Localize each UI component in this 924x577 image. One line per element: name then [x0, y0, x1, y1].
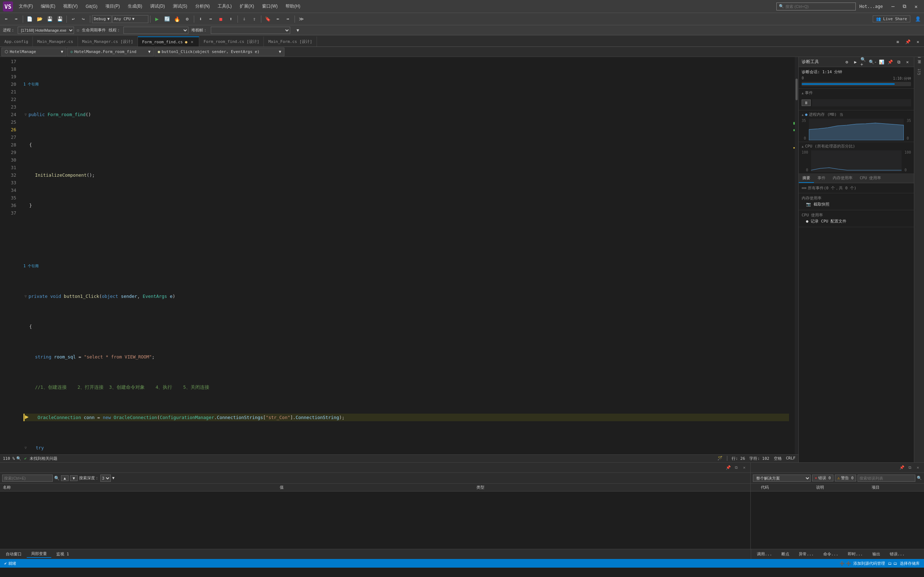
tab-breakpoints[interactable]: 断点 — [777, 551, 794, 558]
tab-call-stack[interactable]: 调用... — [753, 551, 776, 558]
minimize-button[interactable]: ─ — [888, 2, 898, 11]
fold-btn-27[interactable]: ▽ — [23, 446, 28, 450]
bookmark-prev-button[interactable]: ⬅ — [273, 15, 283, 24]
cpu-section-title[interactable]: CPU (所有处理器的百分比) — [802, 143, 911, 149]
diag-zoom-out-button[interactable]: 🔍- — [869, 58, 876, 66]
tab-form-room-find[interactable]: Form_room_find.cs ● ✕ — [138, 36, 199, 47]
tab-main-form-design[interactable]: Main_Form.cs [设计] — [264, 36, 317, 47]
menu-item-project[interactable]: 项目(P) — [102, 2, 123, 11]
stop-button[interactable]: ■ — [216, 15, 226, 24]
sidebar-right-git[interactable]: Git 更改 — [915, 64, 923, 77]
diag-tab-memory[interactable]: 内存使用率 — [829, 174, 856, 183]
tab-errors[interactable]: 错误... — [885, 551, 909, 558]
save-button[interactable]: 💾 — [45, 15, 55, 24]
diag-tab-events[interactable]: 事件 — [814, 174, 829, 183]
solution-selector[interactable]: 整个解决方案 — [753, 475, 811, 482]
record-cpu-button[interactable]: ● 记录 CPU 配置文件 — [802, 218, 911, 225]
close-button[interactable]: ✕ — [911, 2, 921, 11]
breadcrumb-method[interactable]: ● button1_Click(object sender, EventArgs… — [155, 48, 284, 56]
stack-dropdown-btn[interactable]: ▼ — [293, 26, 302, 35]
pin-panel-button[interactable]: 📌 — [903, 37, 913, 47]
menu-item-view[interactable]: 视图(V) — [60, 2, 81, 11]
menu-item-debug[interactable]: 调试(D) — [147, 2, 168, 11]
menu-item-git[interactable]: Git(G) — [82, 3, 101, 10]
breadcrumb-class[interactable]: ◇ HotelManage.Form_room_find ▼ — [67, 48, 154, 56]
depth-selector[interactable]: 3 — [100, 475, 111, 482]
memory-section-title[interactable]: ● 进程内存 (MB) 当 — [802, 112, 911, 117]
locals-pin-button[interactable]: 📌 — [725, 464, 732, 471]
close-panel-button[interactable]: ✕ — [913, 37, 922, 47]
step-out-button[interactable]: ⬆ — [226, 15, 236, 24]
scrollbar-thumb[interactable] — [795, 79, 798, 100]
open-button[interactable]: 📂 — [35, 15, 44, 24]
tab-form-room-find-design[interactable]: Form_room_find.cs [设计] — [199, 36, 264, 47]
events-count-header[interactable]: ∞∞ 所有事件(0 个，共 0 个) — [802, 185, 911, 191]
events-section-title[interactable]: 事件 — [802, 90, 911, 95]
restart-button[interactable]: 🔄 — [162, 15, 172, 24]
menu-item-analyze[interactable]: 分析(N) — [192, 2, 214, 11]
code-editor[interactable]: 1 个引用 ▽ public Form_room_find() { — [20, 57, 789, 455]
diag-tab-summary[interactable]: 摘要 — [799, 174, 814, 183]
stack-selector[interactable] — [211, 27, 290, 34]
error-pin-button[interactable]: 📌 — [899, 464, 905, 471]
attach-button[interactable]: ⚙ — [183, 15, 192, 24]
redo-button[interactable]: ↪ — [79, 15, 88, 24]
tab-auto-window[interactable]: 自动窗口 — [2, 551, 26, 558]
locals-float-button[interactable]: ⧉ — [733, 464, 740, 471]
fold-btn-17[interactable]: ▽ — [23, 113, 28, 117]
new-file-button[interactable]: 📄 — [25, 15, 34, 24]
error-search-input[interactable] — [858, 475, 915, 482]
breadcrumb-namespace[interactable]: ⬡ HotelManage ▼ — [2, 48, 66, 56]
menu-item-help[interactable]: 帮助(H) — [282, 2, 304, 11]
menu-item-extend[interactable]: 扩展(X) — [236, 2, 258, 11]
step-over-button[interactable]: ➡ — [206, 15, 215, 24]
bookmark-next-button[interactable]: ➡ — [283, 15, 293, 24]
zoom-level[interactable]: 110 % 🔍 — [3, 456, 21, 461]
diag-forward-button[interactable]: ▶ — [852, 58, 859, 66]
menu-item-tools[interactable]: 工具(L) — [214, 2, 235, 11]
tab-exceptions[interactable]: 异常... — [795, 551, 818, 558]
config-dropdown[interactable]: Debug ▼ — [92, 15, 111, 23]
diag-settings-button[interactable]: ⚙ — [843, 58, 850, 66]
search-input[interactable] — [785, 4, 847, 9]
menu-item-edit[interactable]: 编辑(E) — [37, 2, 59, 11]
tab-immediate[interactable]: 即时... — [843, 551, 867, 558]
locals-close-button[interactable]: ✕ — [741, 464, 748, 471]
menu-item-window[interactable]: 窗口(W) — [258, 2, 281, 11]
pause-button[interactable]: ⏸ — [802, 100, 811, 106]
search-down-button[interactable]: ▼ — [70, 475, 78, 481]
diag-float-button[interactable]: ⧉ — [895, 58, 902, 66]
error-close-button[interactable]: ✕ — [914, 464, 921, 471]
tab-main-manager-design[interactable]: Main_Manager.cs [设计] — [78, 36, 138, 47]
bookmark-button[interactable]: 🔖 — [263, 15, 273, 24]
status-choose-repo[interactable]: 🗂 🗂 选择存储库 — [887, 561, 921, 566]
diag-chart-button[interactable]: 📊 — [878, 58, 885, 66]
search-box[interactable]: 🔍 — [776, 3, 856, 10]
restore-button[interactable]: ⧉ — [900, 2, 909, 11]
user-icon[interactable]: 👤 — [913, 15, 922, 24]
back-button[interactable]: ⬅ — [2, 15, 11, 24]
thread-selector[interactable] — [123, 27, 188, 34]
tab-close-form-room-find[interactable]: ✕ — [189, 39, 195, 44]
tab-output[interactable]: 输出 — [868, 551, 885, 558]
tab-locals[interactable]: 局部变量 — [27, 550, 51, 558]
step-into-button[interactable]: ⬇ — [196, 15, 205, 24]
tab-main-manager[interactable]: Main_Manager.cs — [33, 36, 78, 47]
diag-pin-button[interactable]: 📌 — [887, 58, 894, 66]
status-add-to-source[interactable]: ➕ ➕ 添加到源代码管理 — [838, 561, 887, 566]
undo-button[interactable]: ↩ — [69, 15, 78, 24]
hot-reload-button[interactable]: 🔥 — [173, 15, 182, 24]
process-selector[interactable]: [17168] HotelManage.exe — [18, 27, 74, 34]
tab-watch-1[interactable]: 监视 1 — [52, 551, 73, 558]
diag-close-button[interactable]: ✕ — [904, 58, 911, 66]
memory-usage-header[interactable]: 内存使用率 — [802, 195, 911, 201]
tab-app-config[interactable]: App.config — [0, 36, 33, 47]
nav-forward-button[interactable]: ⇩ — [240, 15, 249, 24]
error-float-button[interactable]: ⧉ — [907, 464, 913, 471]
continue-button[interactable]: ▶ — [152, 15, 162, 24]
menu-item-build[interactable]: 生成(B) — [124, 2, 146, 11]
platform-dropdown[interactable]: Any CPU ▼ — [112, 15, 149, 23]
menu-item-file[interactable]: 文件(F) — [15, 2, 36, 11]
tab-command[interactable]: 命令... — [819, 551, 843, 558]
sidebar-right-diagnostics[interactable]: 诊断工具 — [915, 58, 923, 63]
